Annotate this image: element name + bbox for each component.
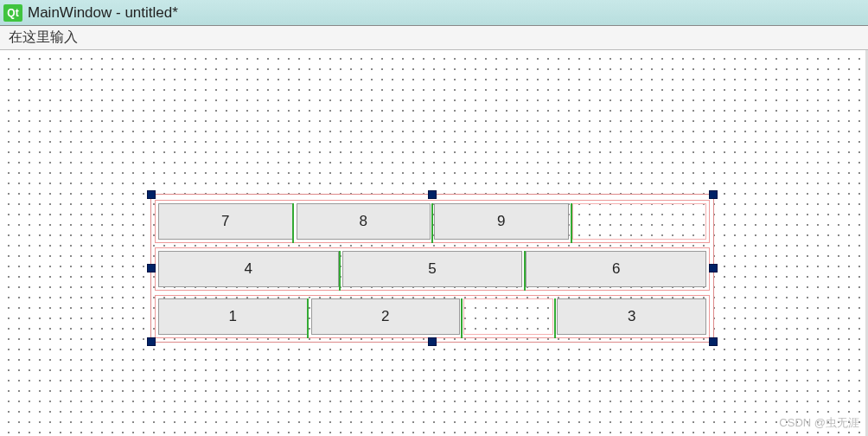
layout-separator-icon bbox=[431, 203, 433, 243]
layout-separator-icon bbox=[292, 203, 294, 243]
resize-handle-bottom-mid[interactable] bbox=[428, 337, 437, 346]
window-titlebar: Qt MainWindow - untitled* bbox=[0, 0, 868, 26]
empty-layout-slot[interactable] bbox=[572, 203, 707, 240]
grid-layout-widget[interactable]: 7 8 9 4 5 6 1 2 3 bbox=[150, 194, 714, 343]
layout-row: 1 2 3 bbox=[155, 295, 710, 338]
push-button-3[interactable]: 3 bbox=[557, 298, 706, 335]
layout-separator-icon bbox=[461, 298, 463, 338]
layout-separator-icon bbox=[339, 251, 341, 291]
resize-handle-mid-left[interactable] bbox=[147, 264, 156, 272]
push-button-5[interactable]: 5 bbox=[342, 251, 523, 287]
push-button-8[interactable]: 8 bbox=[297, 203, 431, 240]
push-button-9[interactable]: 9 bbox=[434, 203, 569, 240]
resize-handle-bottom-left[interactable] bbox=[147, 337, 156, 346]
push-button-2[interactable]: 2 bbox=[311, 298, 461, 335]
layout-row: 4 5 6 bbox=[155, 247, 710, 291]
empty-layout-slot[interactable] bbox=[463, 298, 553, 335]
menubar-placeholder: 在这里输入 bbox=[9, 29, 78, 47]
layout-separator-icon bbox=[571, 203, 572, 243]
resize-handle-bottom-right[interactable] bbox=[709, 337, 718, 346]
resize-handle-top-right[interactable] bbox=[709, 190, 718, 199]
menubar[interactable]: 在这里输入 bbox=[0, 26, 868, 50]
layout-separator-icon bbox=[307, 298, 309, 338]
resize-handle-top-left[interactable] bbox=[147, 190, 156, 199]
layout-separator-icon bbox=[554, 298, 556, 338]
design-canvas[interactable]: 7 8 9 4 5 6 1 2 3 CS bbox=[0, 50, 868, 436]
layout-separator-icon bbox=[524, 251, 526, 291]
qt-logo-icon: Qt bbox=[3, 4, 22, 22]
push-button-1[interactable]: 1 bbox=[158, 298, 308, 335]
resize-handle-mid-right[interactable] bbox=[709, 264, 718, 272]
window-title: MainWindow - untitled* bbox=[28, 4, 178, 22]
push-button-4[interactable]: 4 bbox=[158, 251, 339, 287]
push-button-6[interactable]: 6 bbox=[526, 251, 706, 287]
push-button-7[interactable]: 7 bbox=[158, 203, 293, 240]
resize-handle-top-mid[interactable] bbox=[428, 190, 437, 199]
watermark-text: CSDN @虫无涯 bbox=[779, 415, 859, 431]
